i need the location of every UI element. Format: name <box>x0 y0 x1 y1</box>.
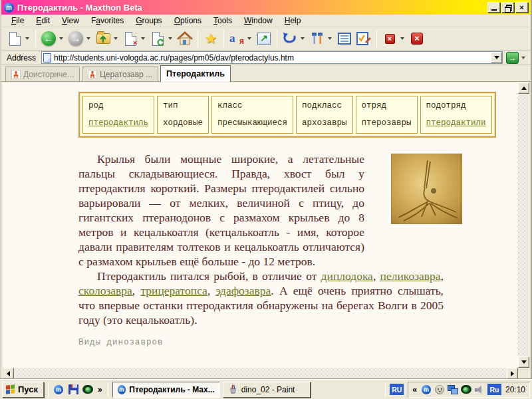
vertical-scroll-track[interactable] <box>518 94 529 356</box>
tray-messenger[interactable] <box>434 384 445 395</box>
close-tab-dropdown[interactable] <box>400 37 404 40</box>
close-icon: × <box>519 3 523 11</box>
minimize-button[interactable] <box>487 2 500 13</box>
horizontal-scroll-track[interactable] <box>14 368 507 379</box>
tools-button[interactable] <box>308 29 327 49</box>
font-encoding-icon: aя <box>229 31 244 46</box>
undo-dropdown[interactable] <box>301 37 305 40</box>
scroll-left-button[interactable] <box>3 368 14 379</box>
go-button[interactable]: → <box>506 52 519 64</box>
forward-dropdown[interactable] <box>86 37 90 40</box>
close-tab-button[interactable]: × <box>380 29 399 49</box>
address-dropdown[interactable] <box>491 52 502 63</box>
taskbar: Пуск m » m Птеродактиль - Мах... dino_02… <box>0 379 532 399</box>
quicklaunch-save[interactable] <box>67 384 79 396</box>
forward-button[interactable]: → <box>66 29 85 49</box>
eye-icon <box>82 385 93 394</box>
maxthon-icon: m <box>54 385 63 394</box>
taskbar-window-paint[interactable]: dino_02 - Paint <box>223 382 311 398</box>
address-label: Address <box>4 53 41 63</box>
scroll-right-button[interactable] <box>507 368 518 379</box>
start-button[interactable]: Пуск <box>2 382 44 398</box>
tray-language-indicator[interactable]: Ru <box>487 384 501 395</box>
scroll-up-button[interactable] <box>518 82 529 94</box>
window-controls: × <box>487 2 528 13</box>
tab-prehistoric[interactable]: Доисториче... <box>5 66 80 81</box>
undo-button[interactable] <box>281 29 299 49</box>
close-button[interactable]: × <box>515 2 528 13</box>
menu-favorites[interactable]: Favorites <box>85 15 130 27</box>
volume-icon <box>475 386 484 394</box>
edaphosaurus-link[interactable]: эдафозавра <box>216 284 271 297</box>
back-button[interactable]: ← <box>39 29 58 49</box>
launch-button[interactable]: ↗ <box>255 29 273 49</box>
menu-options[interactable]: Options <box>168 15 207 27</box>
encoding-button[interactable]: aя <box>227 29 246 49</box>
refresh-button[interactable] <box>148 29 167 49</box>
scolosaurus-link[interactable]: сколозавра <box>78 284 132 297</box>
favorites-button[interactable]: ★ <box>201 29 220 49</box>
new-page-dropdown[interactable] <box>25 37 29 40</box>
tray-volume[interactable] <box>474 384 485 395</box>
triceratops-link[interactable]: трицератопса <box>140 284 207 297</box>
menu-view[interactable]: View <box>56 15 85 27</box>
system-tray: « m Ru 20:10 <box>408 382 530 398</box>
suborder-link[interactable]: птеродактили <box>426 118 486 128</box>
close-all-button[interactable]: × <box>408 29 426 49</box>
menu-window[interactable]: Window <box>238 15 279 27</box>
quicklaunch-maxthon[interactable]: m <box>53 384 65 396</box>
panels-button[interactable] <box>335 29 354 49</box>
menu-groups[interactable]: Groups <box>130 15 168 27</box>
diplodocus-link[interactable]: диплодока <box>321 269 373 283</box>
up-dropdown[interactable] <box>114 37 118 40</box>
scrollbar-corner <box>518 368 529 379</box>
tab-pterodactyl[interactable]: Птеродактиль <box>160 65 231 82</box>
tray-network[interactable] <box>448 384 458 395</box>
language-indicator[interactable]: RU <box>390 384 404 395</box>
vertical-scrollbar[interactable] <box>518 82 529 368</box>
up-button[interactable] <box>94 29 112 49</box>
cell-header: тип <box>163 101 203 110</box>
paragraph1-text: Крылья были мощные широкие, а летательны… <box>78 152 364 268</box>
refresh-dropdown[interactable] <box>168 37 172 40</box>
stop-button[interactable]: × <box>121 29 140 49</box>
taskbar-window-maxthon[interactable]: m Птеродактиль - Мах... <box>112 382 220 398</box>
tray-antivirus[interactable] <box>461 384 471 395</box>
address-input[interactable]: http://students.uni-vologda.ac.ru/pages/… <box>54 53 491 63</box>
address-combobox[interactable]: http://students.uni-vologda.ac.ru/pages/… <box>41 51 503 64</box>
tray-clock[interactable]: 20:10 <box>504 385 525 394</box>
stop-dropdown[interactable] <box>141 37 145 40</box>
refresh-page-icon <box>152 32 164 46</box>
toolbar-separator <box>277 30 277 47</box>
pelycosaur-link[interactable]: пеликозавра <box>380 269 441 283</box>
tab-ceratosaur[interactable]: Цератозавр ... <box>82 66 158 81</box>
genus-link[interactable]: птеродактиль <box>88 118 148 128</box>
scroll-down-button[interactable] <box>518 356 529 368</box>
quicklaunch-viewer[interactable] <box>82 384 94 396</box>
menu-bar: File Edit View Favorites Groups Options … <box>1 15 531 27</box>
star-icon: ★ <box>205 31 217 47</box>
restore-button[interactable] <box>501 2 514 13</box>
back-dropdown[interactable] <box>59 37 63 40</box>
minimize-icon <box>491 9 497 11</box>
dino-favicon-icon <box>11 70 21 79</box>
encoding-dropdown[interactable] <box>247 37 251 40</box>
triangle-up-icon <box>521 86 527 90</box>
tray-maxthon[interactable]: m <box>421 384 432 395</box>
form-fill-button[interactable] <box>354 29 373 49</box>
go-dropdown[interactable] <box>521 57 525 59</box>
tray-collapse-chevron[interactable]: « <box>411 385 418 394</box>
home-button[interactable] <box>176 29 194 49</box>
quicklaunch-overflow-chevron[interactable]: » <box>96 385 104 394</box>
menu-tools[interactable]: Tools <box>207 15 238 27</box>
paragraph-diet: Птеродактиль питался рыбой, в отличие от… <box>78 269 444 327</box>
horizontal-scrollbar[interactable] <box>3 368 518 379</box>
dinosaur-species-link[interactable]: Виды динозавров <box>78 338 518 347</box>
tools-dropdown[interactable] <box>328 37 332 40</box>
menu-help[interactable]: Help <box>279 15 307 27</box>
menu-edit[interactable]: Edit <box>30 15 56 27</box>
triangle-down-icon <box>521 360 527 364</box>
undo-arrow-icon <box>282 32 298 45</box>
new-page-button[interactable] <box>5 29 24 49</box>
menu-file[interactable]: File <box>5 15 30 27</box>
